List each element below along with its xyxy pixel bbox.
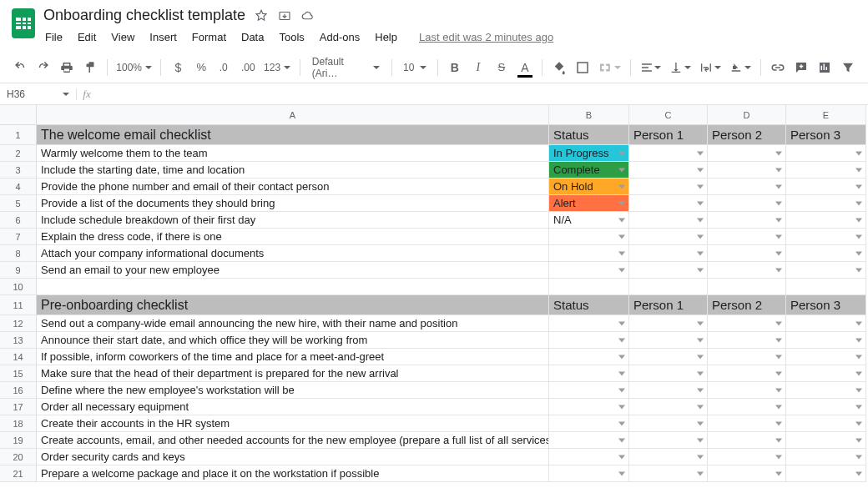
dropdown-icon[interactable] [618, 251, 625, 255]
cell[interactable] [629, 449, 708, 465]
cell[interactable]: Person 3 [786, 295, 866, 315]
cell[interactable] [786, 315, 866, 332]
cell[interactable] [549, 262, 629, 279]
cell[interactable]: Create accounts, email, and other needed… [37, 432, 549, 449]
cell[interactable] [708, 212, 786, 229]
row-header[interactable]: 8 [0, 245, 37, 262]
dropdown-icon[interactable] [775, 251, 782, 255]
menu-addons[interactable]: Add-ons [318, 28, 361, 47]
cell[interactable] [786, 262, 866, 279]
dropdown-icon[interactable] [697, 421, 704, 425]
dropdown-icon[interactable] [855, 218, 862, 222]
dropdown-icon[interactable] [775, 388, 782, 392]
dropdown-icon[interactable] [855, 234, 862, 239]
cell[interactable] [786, 332, 866, 349]
cell[interactable]: On Hold [549, 179, 629, 195]
cell[interactable] [786, 279, 866, 295]
insert-link-button[interactable] [768, 57, 788, 78]
cell[interactable] [629, 195, 708, 212]
cell[interactable]: The welcome email checklist [37, 125, 549, 145]
cell[interactable] [708, 432, 786, 449]
cell[interactable] [629, 212, 708, 229]
dropdown-icon[interactable] [775, 151, 782, 155]
dropdown-icon[interactable] [855, 151, 862, 155]
dropdown-icon[interactable] [775, 321, 782, 325]
dropdown-icon[interactable] [775, 455, 782, 459]
dropdown-icon[interactable] [697, 371, 704, 375]
col-header-A[interactable]: A [37, 105, 549, 125]
cell[interactable] [708, 332, 786, 349]
undo-button[interactable] [10, 57, 30, 78]
menu-view[interactable]: View [109, 28, 136, 47]
col-header-E[interactable]: E [786, 105, 866, 125]
cell[interactable] [629, 465, 708, 482]
cell[interactable] [549, 279, 629, 295]
cell[interactable]: In Progress [549, 145, 629, 162]
dropdown-icon[interactable] [697, 201, 704, 205]
cell[interactable] [708, 262, 786, 279]
cell[interactable] [708, 465, 786, 482]
cell[interactable] [629, 349, 708, 365]
dropdown-icon[interactable] [855, 355, 862, 359]
menu-help[interactable]: Help [373, 28, 399, 47]
cell[interactable] [549, 415, 629, 432]
col-header-C[interactable]: C [629, 105, 708, 125]
paint-format-button[interactable] [80, 57, 100, 78]
font-size-select[interactable]: 10 [399, 57, 431, 78]
cell[interactable]: Order security cards and keys [37, 449, 549, 465]
last-edit-link[interactable]: Last edit was 2 minutes ago [419, 31, 553, 43]
menu-tools[interactable]: Tools [277, 28, 305, 47]
dropdown-icon[interactable] [697, 218, 704, 222]
dropdown-icon[interactable] [775, 234, 782, 239]
dropdown-icon[interactable] [618, 184, 625, 189]
cell[interactable]: Provide the phone number and email of th… [37, 179, 549, 195]
cell[interactable] [708, 315, 786, 332]
row-header[interactable]: 17 [0, 399, 37, 415]
menu-file[interactable]: File [43, 28, 64, 47]
cell[interactable] [708, 229, 786, 245]
row-header[interactable]: 9 [0, 262, 37, 279]
dropdown-icon[interactable] [855, 251, 862, 255]
cell[interactable] [629, 179, 708, 195]
cell[interactable] [708, 382, 786, 399]
cell[interactable] [629, 332, 708, 349]
dropdown-icon[interactable] [855, 438, 862, 442]
cell[interactable] [629, 279, 708, 295]
dropdown-icon[interactable] [618, 151, 625, 155]
row-header[interactable]: 6 [0, 212, 37, 229]
wrap-button[interactable] [697, 57, 724, 78]
row-header[interactable]: 2 [0, 145, 37, 162]
cell[interactable] [629, 262, 708, 279]
dropdown-icon[interactable] [775, 338, 782, 342]
dropdown-icon[interactable] [855, 471, 862, 475]
menu-insert[interactable]: Insert [148, 28, 179, 47]
cell[interactable] [549, 399, 629, 415]
zoom-select[interactable]: 100% [114, 57, 154, 78]
cell[interactable] [708, 162, 786, 179]
cell[interactable] [786, 349, 866, 365]
cell[interactable]: Provide a list of the documents they sho… [37, 195, 549, 212]
dropdown-icon[interactable] [855, 371, 862, 375]
dropdown-icon[interactable] [697, 355, 704, 359]
dropdown-icon[interactable] [618, 388, 625, 392]
row-header[interactable]: 15 [0, 365, 37, 382]
cell[interactable]: Make sure that the head of their departm… [37, 365, 549, 382]
format-currency-button[interactable]: $ [168, 57, 188, 78]
print-button[interactable] [57, 57, 77, 78]
decrease-decimal-button[interactable]: .0 [214, 57, 235, 78]
doc-title[interactable]: Onboarding checklist template [43, 7, 245, 24]
merge-button[interactable] [596, 57, 623, 78]
dropdown-icon[interactable] [697, 388, 704, 392]
cell[interactable]: Create their accounts in the HR system [37, 415, 549, 432]
dropdown-icon[interactable] [618, 421, 625, 425]
dropdown-icon[interactable] [697, 405, 704, 409]
dropdown-icon[interactable] [775, 405, 782, 409]
cell[interactable] [708, 145, 786, 162]
cell[interactable] [786, 145, 866, 162]
dropdown-icon[interactable] [697, 438, 704, 442]
dropdown-icon[interactable] [855, 321, 862, 325]
cloud-icon[interactable] [300, 8, 315, 23]
cell[interactable] [629, 315, 708, 332]
dropdown-icon[interactable] [697, 268, 704, 272]
row-header[interactable]: 16 [0, 382, 37, 399]
